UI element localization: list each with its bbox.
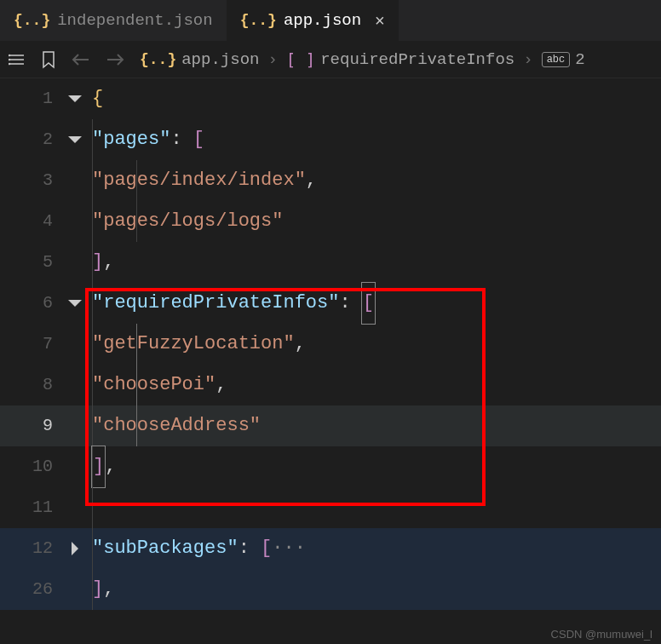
line-number: 12 bbox=[0, 528, 61, 569]
line-number: 9 bbox=[0, 405, 61, 446]
line-number: 6 bbox=[0, 283, 61, 324]
code-line[interactable]: 26 ], bbox=[0, 569, 661, 610]
array-icon: [ ] bbox=[286, 50, 315, 69]
chevron-right-icon: › bbox=[523, 50, 532, 69]
breadcrumb-file[interactable]: {..} app.json bbox=[140, 50, 259, 69]
line-number: 10 bbox=[0, 446, 61, 487]
code-token: { bbox=[92, 78, 103, 119]
tabs-bar: {..} independent.json {..} app.json × bbox=[0, 0, 661, 41]
code-line[interactable]: 6 "requiredPrivateInfos": [ bbox=[0, 283, 661, 324]
close-icon[interactable]: × bbox=[375, 11, 385, 31]
line-number: 4 bbox=[0, 201, 61, 242]
code-line[interactable]: 3 "pages/index/index", bbox=[0, 160, 661, 201]
tab-label: independent.json bbox=[57, 11, 212, 30]
code-token: "chooseAddress" bbox=[92, 405, 261, 446]
tab-independent-json[interactable]: {..} independent.json bbox=[0, 0, 227, 41]
code-editor[interactable]: 1 { 2 "pages": [ 3 "pages/index/index", … bbox=[0, 78, 661, 610]
breadcrumb-label: 2 bbox=[575, 50, 584, 69]
code-line[interactable]: 2 "pages": [ bbox=[0, 119, 661, 160]
fold-chevron-down-icon[interactable] bbox=[61, 283, 89, 324]
code-line[interactable]: 8 "choosePoi", bbox=[0, 365, 661, 405]
nav-forward-icon[interactable] bbox=[106, 52, 124, 67]
code-line[interactable]: 9 "chooseAddress" bbox=[0, 405, 661, 446]
line-number: 7 bbox=[0, 324, 61, 365]
line-number: 5 bbox=[0, 242, 61, 283]
line-number: 11 bbox=[0, 487, 61, 528]
breadcrumb-label: requiredPrivateInfos bbox=[320, 50, 514, 69]
line-number: 2 bbox=[0, 119, 61, 160]
code-line[interactable]: 4 "pages/logs/logs" bbox=[0, 201, 661, 242]
code-token: "requiredPrivateInfos" bbox=[92, 283, 339, 324]
breadcrumb-index[interactable]: abc 2 bbox=[542, 50, 585, 69]
json-file-icon: {..} bbox=[14, 12, 50, 29]
code-line[interactable]: 11 bbox=[0, 487, 661, 528]
list-icon[interactable] bbox=[9, 51, 26, 68]
watermark: CSDN @mumuwei_l bbox=[551, 628, 652, 641]
code-line[interactable]: 5 ], bbox=[0, 242, 661, 283]
breadcrumb-label: app.json bbox=[181, 50, 259, 69]
json-file-icon: {..} bbox=[240, 12, 277, 29]
code-token: ] bbox=[92, 569, 103, 610]
svg-point-4 bbox=[9, 59, 10, 60]
nav-back-icon[interactable] bbox=[72, 52, 90, 67]
tab-app-json[interactable]: {..} app.json × bbox=[227, 0, 399, 41]
code-token: "pages/logs/logs" bbox=[92, 201, 283, 242]
fold-chevron-down-icon[interactable] bbox=[61, 78, 89, 119]
code-token: ] bbox=[91, 446, 106, 488]
line-number: 8 bbox=[0, 365, 61, 405]
code-token: "choosePoi" bbox=[92, 365, 216, 405]
svg-point-3 bbox=[9, 55, 10, 55]
code-token: ] bbox=[92, 242, 103, 283]
string-type-icon: abc bbox=[542, 52, 571, 67]
code-token: [ bbox=[261, 528, 272, 569]
line-number: 3 bbox=[0, 160, 61, 201]
fold-chevron-down-icon[interactable] bbox=[61, 119, 89, 160]
code-token: "pages" bbox=[92, 119, 170, 160]
code-line[interactable]: 1 { bbox=[0, 78, 661, 119]
breadcrumb-path[interactable]: [ ] requiredPrivateInfos bbox=[286, 50, 514, 69]
chevron-right-icon: › bbox=[267, 50, 277, 69]
code-token: [ bbox=[193, 119, 204, 160]
code-line[interactable]: 10 ], bbox=[0, 446, 661, 487]
breadcrumb-toolbar: {..} app.json › [ ] requiredPrivateInfos… bbox=[0, 41, 661, 78]
code-token: "subPackages" bbox=[92, 528, 239, 569]
code-line[interactable]: 7 "getFuzzyLocation", bbox=[0, 324, 661, 365]
json-file-icon: {..} bbox=[140, 51, 176, 68]
code-token: [ bbox=[361, 282, 376, 325]
code-token: "pages/index/index" bbox=[92, 160, 306, 201]
line-number: 1 bbox=[0, 78, 61, 119]
tab-label: app.json bbox=[284, 11, 361, 30]
folded-ellipsis[interactable]: ··· bbox=[272, 528, 306, 569]
fold-chevron-right-icon[interactable] bbox=[61, 528, 89, 569]
svg-point-5 bbox=[9, 63, 10, 64]
bookmark-icon[interactable] bbox=[41, 50, 56, 69]
code-line[interactable]: 12 "subPackages": [··· bbox=[0, 528, 661, 569]
breadcrumb[interactable]: {..} app.json › [ ] requiredPrivateInfos… bbox=[140, 50, 652, 69]
code-token: "getFuzzyLocation" bbox=[92, 324, 295, 365]
line-number: 26 bbox=[0, 569, 61, 610]
